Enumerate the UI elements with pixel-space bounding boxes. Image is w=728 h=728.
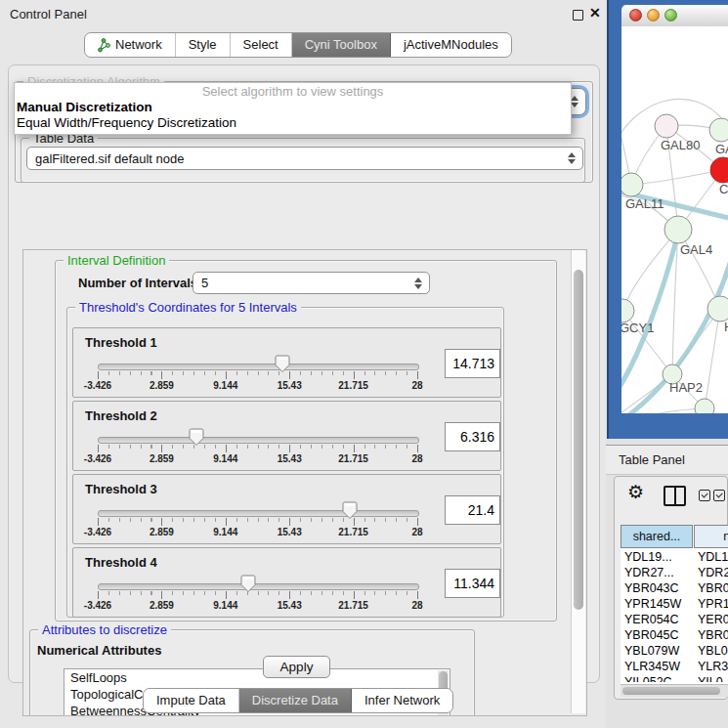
tab-style[interactable]: Style [176, 33, 231, 57]
threshold-slider-thumb[interactable] [189, 428, 204, 447]
threshold-slider-track[interactable] [98, 364, 419, 370]
tick-label: 15.43 [278, 453, 302, 464]
network-node-gal80[interactable] [655, 114, 678, 138]
threshold-value-field[interactable]: 21.4 [445, 495, 500, 525]
settings-scrollbar-thumb[interactable] [574, 270, 583, 610]
node-label: GAL80 [661, 138, 700, 152]
table-row[interactable]: YPR145WYPR1... [621, 596, 728, 612]
threshold-value-field[interactable]: 14.713 [445, 349, 500, 378]
tick-label: 21.715 [338, 380, 368, 391]
number-of-intervals-value: 5 [201, 276, 208, 290]
close-button[interactable] [629, 9, 642, 21]
cell-name: YIL0... [698, 674, 728, 682]
checkbox-icon[interactable] [699, 490, 710, 501]
threshold-slider-thumb[interactable] [275, 355, 290, 373]
checkbox-icon[interactable] [713, 490, 725, 501]
apply-button[interactable]: Apply [263, 656, 330, 678]
threshold-slider-thumb[interactable] [342, 501, 358, 520]
tab-label: Discretize Data [252, 689, 338, 712]
network-window[interactable]: GAL80GACGAL11GAL4GCY1HHAP2 [607, 0, 728, 439]
tab-select[interactable]: Select [231, 33, 292, 57]
tab-label: Impute Data [156, 689, 226, 712]
settings-scrollbar-track[interactable] [571, 250, 585, 713]
threshold-slider-track[interactable] [98, 510, 419, 517]
bottom-tab-impute-data[interactable]: Impute Data [144, 689, 239, 712]
right-column: GAL80GACGAL11GAL4GCY1HHAP2 Table Panel ⚙… [606, 0, 728, 728]
gear-icon[interactable]: ⚙ [627, 482, 644, 503]
cell-name: YDR2... [698, 565, 728, 580]
column-header-shared[interactable]: shared... [621, 525, 693, 548]
table-row[interactable]: YBR043CYBR0... [621, 580, 728, 596]
network-node-gcy1[interactable] [621, 299, 634, 322]
table-row[interactable]: YBR045CYBR0... [621, 627, 728, 643]
table-panel: ⚙ shared... na... YDL19...YDL1...YDR27..… [614, 476, 728, 700]
tick-label: 2.859 [150, 600, 174, 611]
network-node-gal4[interactable] [664, 216, 692, 243]
tick-label: 9.144 [213, 600, 237, 611]
network-window-titlebar[interactable] [621, 5, 728, 27]
threshold-value-field[interactable]: 6.316 [445, 422, 500, 451]
attribute-list-item[interactable]: SelfLoops [64, 669, 450, 686]
combobox-arrows-icon[interactable] [567, 152, 576, 164]
threshold-slider-thumb[interactable] [240, 575, 256, 593]
threshold-value-field[interactable]: 11.344 [445, 569, 500, 598]
network-node-gal11[interactable] [621, 173, 643, 196]
network-node-ga[interactable] [709, 118, 728, 142]
cyni-toolbox-panel: Discretization Algorithm Table Data galF… [8, 64, 600, 683]
cell-shared-name: YDL19... [624, 549, 672, 565]
minimize-button[interactable] [647, 9, 660, 21]
close-icon[interactable]: ✕ [589, 5, 601, 21]
tick-label: -3.426 [84, 600, 111, 611]
cell-name: YPR1... [698, 596, 728, 612]
numerical-attributes-label: Numerical Attributes [37, 643, 161, 658]
column-header-name[interactable]: na... [694, 525, 728, 548]
threshold-slider-track[interactable] [98, 583, 419, 590]
columns-icon[interactable] [664, 486, 686, 506]
interval-definition-group-title: Interval Definition [64, 253, 169, 268]
tick-label: 28 [411, 600, 422, 611]
table-row[interactable]: YDR27...YDR2... [621, 565, 728, 580]
control-panel-tabs: NetworkStyleSelectCyni ToolboxjActiveMNo… [84, 32, 512, 58]
float-window-icon[interactable] [573, 10, 583, 21]
network-node[interactable] [695, 399, 714, 413]
tab-jactivemnodules[interactable]: jActiveMNodules [391, 33, 511, 57]
threshold-block: Threshold 1-3.4262.8599.14415.4321.71528… [72, 327, 501, 398]
table-row[interactable]: YER054CYER0... [621, 612, 728, 627]
combobox-arrows-icon[interactable] [413, 278, 422, 289]
cell-name: YBR0... [698, 627, 728, 643]
tick-label: 21.715 [338, 527, 368, 537]
node-label: GAL4 [680, 242, 712, 257]
bottom-tab-discretize-data[interactable]: Discretize Data [239, 689, 352, 712]
cell-name: YER0... [698, 612, 728, 627]
thresholds-group: Threshold's Coordinates for 5 Intervals … [66, 307, 504, 618]
cell-shared-name: YBL079W [624, 643, 679, 659]
table-panel-header: Table Panel [606, 445, 728, 475]
table-data-combobox-value: galFiltered.sif default node [35, 151, 184, 166]
algorithm-option[interactable]: Equal Width/Frequency Discretization [15, 115, 571, 131]
table-data-combobox[interactable]: galFiltered.sif default node [26, 147, 583, 170]
zoom-button[interactable] [664, 9, 677, 21]
table-panel-title: Table Panel [619, 452, 685, 467]
cell-shared-name: YBR043C [624, 580, 679, 596]
network-node-h[interactable] [707, 296, 728, 321]
network-canvas[interactable]: GAL80GACGAL11GAL4GCY1HHAP2 [621, 26, 728, 413]
network-icon [98, 38, 110, 53]
threshold-block: Threshold 2-3.4262.8599.14415.4321.71528… [72, 401, 501, 471]
tick-label: -3.426 [84, 380, 111, 391]
table-row[interactable]: YDL19...YDL1... [621, 549, 728, 565]
node-label: GCY1 [621, 321, 654, 335]
threshold-block: Threshold 4-3.4262.8599.14415.4321.71528… [72, 547, 501, 618]
number-of-intervals-combobox[interactable]: 5 [193, 272, 430, 294]
table-hscrollbar[interactable] [621, 684, 728, 697]
tick-label: 15.43 [278, 527, 302, 537]
tab-network[interactable]: Network [85, 33, 176, 57]
algorithm-option[interactable]: Manual Discretization [15, 100, 571, 115]
tick-label: 15.43 [278, 380, 302, 391]
table-hscrollbar-thumb[interactable] [622, 687, 720, 695]
table-row[interactable]: YLR345WYLR3... [621, 659, 728, 674]
table-row[interactable]: YIL052CYIL0... [621, 674, 728, 682]
bottom-tab-infer-network[interactable]: Infer Network [352, 689, 452, 712]
threshold-slider-track[interactable] [98, 437, 419, 444]
tab-cyni-toolbox[interactable]: Cyni Toolbox [292, 33, 391, 57]
table-row[interactable]: YBL079WYBL0... [621, 643, 728, 659]
